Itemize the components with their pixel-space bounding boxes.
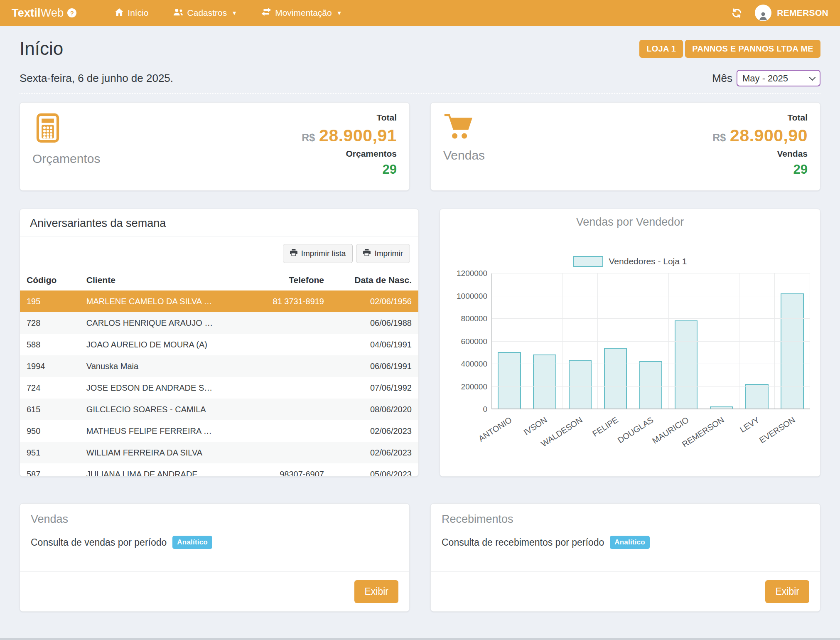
user-menu[interactable]: REMERSON: [755, 5, 828, 21]
y-tick-label: 1200000: [457, 269, 487, 278]
table-row[interactable]: 950MATHEUS FELIPE FERREIRA …02/06/2023: [20, 420, 418, 442]
month-label: Mês: [712, 72, 732, 85]
count-value: 29: [383, 162, 397, 177]
chart-slot: [598, 273, 633, 409]
birthdays-table: Código Cliente Telefone Data de Nasc. 19…: [20, 270, 418, 477]
y-tick-label: 0: [483, 405, 487, 414]
action-card-title: Recebimentos: [442, 513, 809, 526]
total-amount: 28.900,90: [730, 126, 808, 145]
table-row[interactable]: 587JULIANA LIMA DE ANDRADE98307-690705/0…: [20, 463, 418, 477]
bar-douglas: [639, 361, 663, 409]
cell-code: 724: [20, 377, 80, 399]
chart-legend[interactable]: Vendedores - Loja 1: [450, 256, 810, 267]
home-icon: [115, 8, 124, 18]
bar-mauricio: [675, 320, 698, 409]
table-row[interactable]: 615GILCLECIO SOARES - CAMILA08/06/2020: [20, 399, 418, 420]
cell-code: 588: [20, 334, 80, 355]
y-tick-label: 1000000: [457, 292, 487, 301]
cell-phone: [243, 420, 331, 442]
chart-slot: [562, 273, 598, 409]
cell-client: WILLIAM FERREIRA DA SILVA: [80, 442, 243, 463]
calculator-icon: [32, 113, 100, 145]
column-header-codigo: Código: [20, 270, 80, 290]
cell-code: 950: [20, 420, 80, 442]
nav-item-movimentacao[interactable]: Movimentação ▼: [252, 0, 351, 26]
bar-antonio: [498, 352, 521, 409]
sales-chart-card: Vendas por Vendedor Vendedores - Loja 1 …: [440, 209, 820, 477]
cell-phone: [243, 442, 331, 463]
cell-birth: 02/06/2023: [331, 420, 418, 442]
bar-felipe: [604, 348, 627, 410]
bar-everson: [781, 293, 804, 409]
chevron-down-icon: ▼: [336, 10, 342, 16]
cell-birth: 02/06/2023: [331, 442, 418, 463]
print-button[interactable]: Imprimir: [356, 244, 410, 263]
table-row[interactable]: 728CARLOS HENRIQUE ARAUJO …06/06/1988: [20, 312, 418, 334]
chart-slot: [739, 273, 775, 409]
summary-label: Vendas: [443, 148, 485, 162]
company-button[interactable]: PANNOS E PANNOS LTDA ME: [685, 40, 820, 58]
print-list-button[interactable]: Imprimir lista: [283, 244, 353, 263]
nav-item-cadastros[interactable]: Cadastros ▼: [164, 0, 247, 26]
y-tick-label: 400000: [461, 359, 487, 369]
cell-client: JULIANA LIMA DE ANDRADE: [80, 463, 243, 477]
chart-title: Vendas por Vendedor: [450, 216, 810, 229]
currency-symbol: R$: [712, 132, 726, 144]
refresh-icon[interactable]: [731, 7, 742, 19]
table-row[interactable]: 951WILLIAM FERREIRA DA SILVA02/06/2023: [20, 442, 418, 463]
nav-item-inicio[interactable]: Início: [106, 0, 157, 26]
store-button[interactable]: LOJA 1: [639, 40, 683, 58]
column-header-cliente: Cliente: [80, 270, 243, 290]
x-tick-label: LEVY: [738, 415, 761, 435]
brand[interactable]: TextilWeb ?: [12, 7, 76, 20]
bar-levy: [745, 384, 769, 409]
cell-code: 615: [20, 399, 80, 420]
table-row[interactable]: 724JOSE EDSON DE ANDRADE S…07/06/1992: [20, 377, 418, 399]
table-row[interactable]: 195MARLENE CAMELO DA SILVA …81 3731-8919…: [20, 290, 418, 312]
avatar: [755, 5, 771, 21]
gridline: [492, 273, 810, 273]
legend-swatch: [573, 256, 603, 267]
vendas-action-card: Vendas Consulta de vendas por período An…: [20, 503, 410, 612]
help-icon[interactable]: ?: [67, 8, 76, 17]
nav-item-label: Movimentação: [275, 8, 332, 18]
total-amount: 28.900,91: [319, 126, 397, 145]
cell-client: JOAO AURELIO DE MOURA (A): [80, 334, 243, 355]
chart-plot-area: [491, 273, 810, 409]
cell-birth: 08/06/2020: [331, 399, 418, 420]
chart-slot: [704, 273, 739, 409]
user-name: REMERSON: [777, 8, 828, 18]
gridline: [492, 296, 810, 296]
x-tick-label: FELIPE: [590, 415, 619, 439]
gridline: [492, 341, 810, 342]
x-tick-label: ANTONIO: [476, 415, 513, 444]
bar-ivson: [533, 354, 556, 409]
navbar: TextilWeb ? Início Cadastros ▼ Movimenta…: [0, 0, 840, 26]
cell-client: MARLENE CAMELO DA SILVA …: [80, 290, 243, 312]
y-tick-label: 600000: [461, 337, 487, 346]
birthdays-card: Aniversariantes da semana Imprimir lista…: [20, 209, 419, 477]
y-tick-label: 200000: [461, 382, 487, 391]
birthday-table-body: 195MARLENE CAMELO DA SILVA …81 3731-8919…: [20, 290, 418, 477]
cell-phone: [243, 334, 331, 355]
exibir-vendas-button[interactable]: Exibir: [354, 580, 398, 603]
exibir-recebimentos-button[interactable]: Exibir: [765, 580, 809, 603]
chart-slot: [492, 273, 527, 409]
cell-birth: 02/06/1956: [331, 290, 418, 312]
analitico-badge: Analítico: [610, 536, 650, 549]
cell-phone: 81 3731-8919: [243, 290, 331, 312]
count-label: Vendas: [777, 149, 808, 159]
chevron-down-icon: ▼: [231, 10, 237, 16]
cell-phone: 98307-6907: [243, 463, 331, 477]
vendas-summary-card: Vendas Total R$ 28.900,90 Vendas 29: [430, 102, 820, 191]
month-select[interactable]: May - 2025: [737, 70, 820, 86]
count-value: 29: [793, 162, 808, 177]
table-row[interactable]: 588JOAO AURELIO DE MOURA (A)04/06/1991: [20, 334, 418, 355]
cell-client: CARLOS HENRIQUE ARAUJO …: [80, 312, 243, 334]
cell-phone: [243, 355, 331, 377]
cell-birth: 06/06/1988: [331, 312, 418, 334]
table-row[interactable]: 1994Vanuska Maia06/06/1991: [20, 355, 418, 377]
total-label: Total: [376, 113, 397, 123]
summary-label: Orçamentos: [32, 152, 100, 166]
cell-client: JOSE EDSON DE ANDRADE S…: [80, 377, 243, 399]
